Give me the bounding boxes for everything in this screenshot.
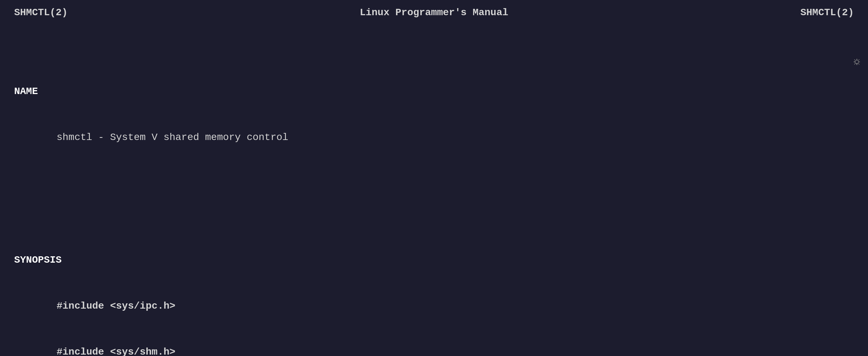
synopsis-include2: #include <sys/shm.h> [14, 344, 854, 356]
synopsis-include1: #include <sys/ipc.h> [14, 298, 854, 314]
scroll-indicator: ⛭ [852, 57, 862, 68]
name-section-heading: NAME [14, 84, 854, 99]
header-left: SHMCTL(2) [14, 7, 68, 18]
blank-line-1 [14, 176, 854, 191]
name-content: shmctl - System V shared memory control [14, 130, 854, 145]
header-right: SHMCTL(2) [800, 7, 854, 18]
man-page-content: NAME shmctl - System V shared memory con… [14, 22, 854, 356]
header-center: Linux Programmer's Manual [360, 7, 508, 18]
synopsis-section-heading: SYNOPSIS [14, 252, 854, 268]
terminal-window: SHMCTL(2) Linux Programmer's Manual SHMC… [0, 0, 868, 356]
man-page-header: SHMCTL(2) Linux Programmer's Manual SHMC… [14, 7, 854, 18]
